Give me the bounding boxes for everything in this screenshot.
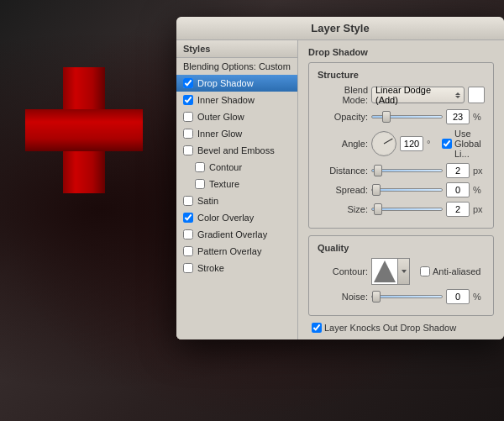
blend-mode-arrow bbox=[455, 92, 460, 98]
contour-dropdown-button[interactable] bbox=[398, 258, 410, 285]
dialog-title: Layer Style bbox=[311, 22, 369, 34]
structure-section: Structure Blend Mode: Linear Dodge (Add) bbox=[308, 62, 494, 229]
blend-mode-row: Blend Mode: Linear Dodge (Add) bbox=[318, 85, 485, 105]
opacity-label: Opacity: bbox=[318, 112, 368, 122]
dial-indicator bbox=[384, 139, 393, 145]
blend-mode-value: Linear Dodge (Add) bbox=[375, 85, 453, 105]
noise-slider[interactable] bbox=[371, 291, 443, 303]
structure-title: Structure bbox=[318, 70, 485, 80]
stroke-checkbox[interactable] bbox=[183, 263, 193, 273]
style-item-color-overlay[interactable]: Color Overlay bbox=[176, 209, 297, 226]
opacity-input[interactable] bbox=[446, 109, 470, 124]
spread-unit: % bbox=[473, 185, 485, 195]
noise-label: Noise: bbox=[318, 292, 368, 302]
pattern-overlay-checkbox[interactable] bbox=[183, 246, 193, 256]
contour-checkbox[interactable] bbox=[195, 162, 205, 172]
spread-label: Spread: bbox=[318, 185, 368, 195]
contour-label: Contour: bbox=[318, 266, 368, 276]
layer-knocks-out-row: Layer Knocks Out Drop Shadow bbox=[308, 323, 494, 333]
contour-row: Contour: An bbox=[318, 258, 485, 285]
style-item-texture[interactable]: Texture bbox=[176, 176, 297, 192]
opacity-thumb[interactable] bbox=[382, 111, 391, 123]
style-item-pattern-overlay[interactable]: Pattern Overlay bbox=[176, 243, 297, 260]
noise-input[interactable] bbox=[446, 289, 470, 304]
size-row: Size: px bbox=[318, 202, 485, 217]
distance-input[interactable] bbox=[446, 163, 470, 178]
layer-style-dialog: Layer Style Styles Blending Options: Cus… bbox=[176, 17, 504, 339]
satin-checkbox[interactable] bbox=[183, 196, 193, 206]
dialog-titlebar: Layer Style bbox=[176, 17, 504, 40]
quality-section: Quality Contour: bbox=[308, 235, 494, 316]
blending-options-item[interactable]: Blending Options: Custom bbox=[176, 58, 297, 75]
noise-thumb[interactable] bbox=[372, 291, 381, 303]
style-item-drop-shadow[interactable]: Drop Shadow bbox=[176, 75, 297, 92]
spread-track bbox=[371, 188, 443, 192]
size-unit: px bbox=[473, 204, 485, 214]
styles-panel: Styles Blending Options: Custom Drop Sha… bbox=[176, 40, 298, 339]
distance-row: Distance: px bbox=[318, 163, 485, 178]
anti-aliased-checkbox[interactable] bbox=[420, 266, 430, 276]
inner-glow-checkbox[interactable] bbox=[183, 129, 193, 139]
style-item-inner-shadow[interactable]: Inner Shadow bbox=[176, 92, 297, 108]
distance-label: Distance: bbox=[318, 166, 368, 176]
styles-panel-header: Styles bbox=[176, 40, 297, 58]
settings-panel: Drop Shadow Structure Blend Mode: Linear… bbox=[298, 40, 504, 339]
style-item-satin[interactable]: Satin bbox=[176, 192, 297, 209]
angle-row: Angle: ° Use Global Li... bbox=[318, 129, 485, 159]
size-thumb[interactable] bbox=[374, 203, 382, 215]
style-item-outer-glow[interactable]: Outer Glow bbox=[176, 108, 297, 125]
opacity-unit: % bbox=[473, 112, 485, 122]
use-global-light-checkbox[interactable] bbox=[442, 139, 452, 149]
angle-label: Angle: bbox=[318, 139, 368, 149]
style-item-gradient-overlay[interactable]: Gradient Overlay bbox=[176, 226, 297, 243]
blend-mode-label: Blend Mode: bbox=[318, 85, 368, 105]
style-item-inner-glow[interactable]: Inner Glow bbox=[176, 125, 297, 142]
style-item-stroke[interactable]: Stroke bbox=[176, 260, 297, 276]
distance-track bbox=[371, 169, 443, 172]
size-track bbox=[371, 208, 443, 211]
contour-arrow-icon bbox=[402, 270, 407, 273]
spread-slider[interactable] bbox=[371, 184, 443, 196]
noise-row: Noise: % bbox=[318, 289, 485, 304]
angle-input[interactable] bbox=[400, 136, 423, 151]
drop-shadow-section-title: Drop Shadow bbox=[308, 47, 494, 57]
contour-control bbox=[371, 258, 410, 285]
style-item-contour[interactable]: Contour bbox=[176, 159, 297, 176]
blend-mode-color-swatch[interactable] bbox=[468, 87, 485, 103]
distance-thumb[interactable] bbox=[374, 165, 382, 176]
quality-title: Quality bbox=[318, 243, 485, 253]
bevel-emboss-checkbox[interactable] bbox=[183, 145, 193, 155]
inner-shadow-checkbox[interactable] bbox=[183, 95, 193, 105]
contour-preview[interactable] bbox=[371, 258, 398, 285]
drop-shadow-checkbox[interactable] bbox=[183, 78, 193, 88]
size-input[interactable] bbox=[446, 202, 470, 217]
gradient-overlay-checkbox[interactable] bbox=[183, 229, 193, 239]
contour-svg bbox=[374, 260, 396, 282]
outer-glow-checkbox[interactable] bbox=[183, 112, 193, 122]
texture-checkbox[interactable] bbox=[195, 179, 205, 189]
spread-row: Spread: % bbox=[318, 182, 485, 197]
layer-knocks-out-label[interactable]: Layer Knocks Out Drop Shadow bbox=[312, 323, 456, 333]
distance-slider[interactable] bbox=[371, 165, 443, 176]
opacity-track bbox=[371, 115, 443, 118]
spread-thumb[interactable] bbox=[372, 184, 381, 196]
anti-aliased-label[interactable]: Anti-aliased bbox=[420, 266, 480, 276]
distance-unit: px bbox=[473, 166, 485, 176]
opacity-slider[interactable] bbox=[371, 111, 443, 123]
opacity-row: Opacity: % bbox=[318, 109, 485, 124]
angle-dial[interactable] bbox=[371, 131, 396, 156]
noise-track bbox=[371, 295, 443, 298]
size-slider[interactable] bbox=[371, 203, 443, 215]
noise-unit: % bbox=[473, 292, 485, 302]
blend-mode-dropdown[interactable]: Linear Dodge (Add) bbox=[371, 87, 465, 103]
angle-unit: ° bbox=[427, 139, 438, 149]
layer-knocks-out-checkbox[interactable] bbox=[312, 323, 322, 333]
size-label: Size: bbox=[318, 204, 368, 214]
color-overlay-checkbox[interactable] bbox=[183, 213, 193, 223]
spread-input[interactable] bbox=[446, 182, 470, 197]
use-global-light-label[interactable]: Use Global Li... bbox=[442, 129, 485, 159]
style-item-bevel-emboss[interactable]: Bevel and Emboss bbox=[176, 142, 297, 159]
